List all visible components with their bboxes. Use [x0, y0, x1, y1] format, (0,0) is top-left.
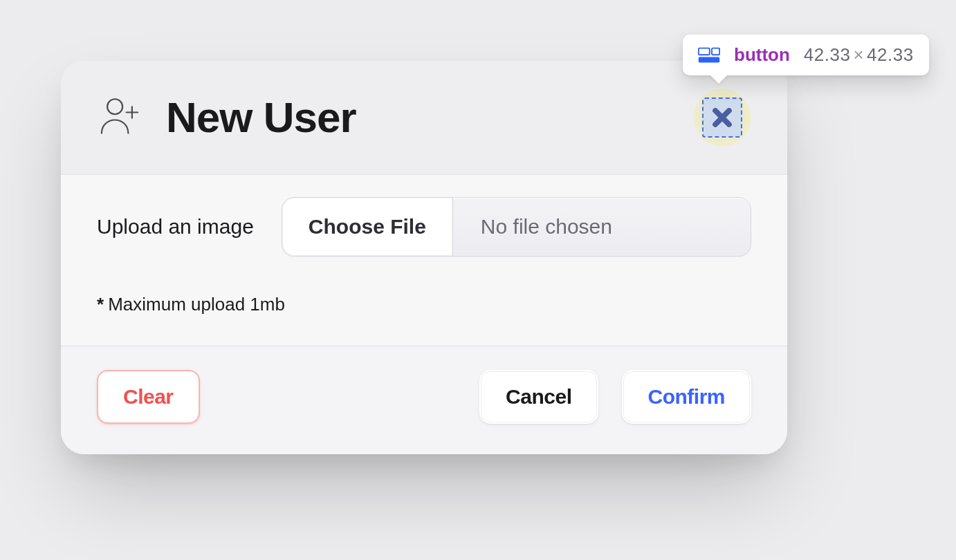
required-asterisk: * — [97, 294, 104, 315]
dialog-footer-right: Cancel Confirm — [479, 370, 751, 424]
devtools-layout-icon — [698, 47, 720, 64]
svg-rect-1 — [699, 48, 710, 55]
devtools-width: 42.33 — [804, 44, 851, 65]
dialog-footer: Clear Cancel Confirm — [61, 346, 787, 454]
new-user-dialog: New User Upload an image Choose File No … — [61, 61, 787, 454]
devtools-height: 42.33 — [867, 44, 914, 65]
svg-point-0 — [107, 99, 122, 114]
svg-rect-2 — [712, 48, 719, 55]
devtools-element-tag: button — [734, 44, 790, 66]
upload-helper-body: Maximum upload 1mb — [108, 294, 285, 315]
confirm-button[interactable]: Confirm — [622, 370, 752, 424]
svg-rect-3 — [699, 57, 719, 62]
devtools-times-icon: × — [850, 44, 867, 65]
file-input-status: No file chosen — [453, 198, 751, 256]
upload-row: Upload an image Choose File No file chos… — [97, 197, 751, 256]
choose-file-button[interactable]: Choose File — [282, 198, 453, 256]
add-user-icon — [97, 93, 143, 142]
dialog-header-left: New User — [97, 93, 356, 142]
devtools-element-dimensions: 42.33×42.33 — [804, 44, 914, 66]
clear-button[interactable]: Clear — [97, 370, 200, 424]
dialog-title: New User — [166, 96, 356, 139]
cancel-button[interactable]: Cancel — [479, 370, 598, 424]
dialog-body: Upload an image Choose File No file chos… — [61, 175, 787, 346]
upload-helper-text: *Maximum upload 1mb — [97, 294, 751, 315]
close-icon — [710, 106, 734, 129]
dialog-header: New User — [61, 61, 787, 175]
file-input[interactable]: Choose File No file chosen — [282, 197, 751, 256]
devtools-element-tooltip: button 42.33×42.33 — [683, 35, 929, 75]
upload-label: Upload an image — [97, 215, 254, 239]
close-button[interactable] — [693, 88, 751, 147]
